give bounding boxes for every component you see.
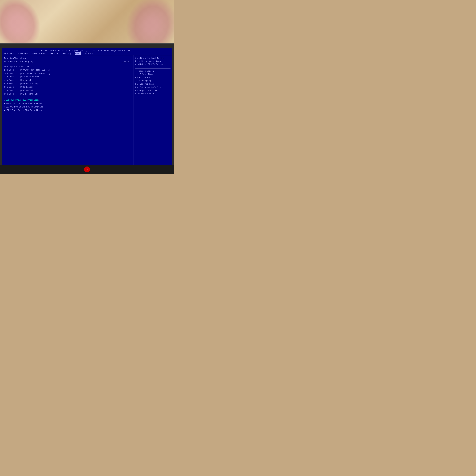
boot-label-6th: 6th Boot <box>4 86 18 89</box>
bios-content-area: Boot Configuration Full Screen Logo Disp… <box>2 55 172 167</box>
boot-value-3rd: [USB KEY:Generic] <box>20 75 41 79</box>
bbs-item-cdvd-rom[interactable]: ► CD/DVD ROM Drive BBS Priorities <box>4 105 131 109</box>
monitor-bottom-bar: LG <box>0 165 174 174</box>
bbs-arrow-icon-3: ► <box>4 109 5 112</box>
help-divider <box>135 68 170 69</box>
bbs-label-2: CD/DVD ROM Drive BBS Priorities <box>6 105 43 109</box>
help-key-6: ESC/Right Click: Exit <box>135 89 170 92</box>
boot-label-2nd: 2nd Boot <box>4 72 18 75</box>
boot-row-3rd[interactable]: 3rd Boot [USB KEY:Generic] <box>4 75 131 79</box>
boot-value-7th: [USB CD/DVD] <box>20 89 34 92</box>
bios-help-panel: Specifies the Boot Device Priority seque… <box>134 55 172 167</box>
nav-item-save-exit[interactable]: Save & Exit <box>84 52 97 55</box>
boot-label-5th: 5th Boot <box>4 82 18 85</box>
nav-item-mflash[interactable]: M-Flash <box>49 52 58 55</box>
boot-label-4th: 4th Boot <box>4 79 18 82</box>
boot-value-4th: [Network] <box>20 79 31 82</box>
bbs-item-uefi[interactable]: ► UEFI Boot Drive BBS Priorities <box>4 109 131 112</box>
boot-label-8th: 8th Boot <box>4 93 18 96</box>
bbs-label-1: Hard Disk Drive BBS Priorities <box>6 102 42 105</box>
boot-value-2nd: [Hard Disk: WDC WD500...] <box>20 72 50 75</box>
help-key-2: Enter: Select <box>135 76 170 79</box>
full-screen-logo-value: [Enabled] <box>120 60 131 64</box>
nav-item-boot[interactable]: Boot <box>75 52 81 55</box>
boot-value-5th: [USB Hard Disk] <box>20 82 38 85</box>
boot-label-1st: 1st Boot <box>4 69 18 72</box>
help-description: Specifies the Boot Device Priority seque… <box>135 57 170 66</box>
section-boot-configuration: Boot Configuration <box>4 57 131 60</box>
help-key-5: F6: Optimized Defaults <box>135 86 170 89</box>
boot-row-5th[interactable]: 5th Boot [USB Hard Disk] <box>4 82 131 85</box>
lg-logo: LG <box>84 167 90 172</box>
full-screen-logo-label: Full Screen Logo Display <box>4 60 33 64</box>
boot-row-2nd[interactable]: 2nd Boot [Hard Disk: WDC WD500...] <box>4 72 131 75</box>
boot-row-8th[interactable]: 8th Boot [UEFI: Generic] <box>4 92 131 96</box>
bbs-item-usb-key[interactable]: ► USB KEY Drive BBS Priorities <box>4 99 131 102</box>
boot-value-8th: [UEFI: Generic] <box>20 93 38 96</box>
bbs-arrow-icon-2: ► <box>4 106 5 108</box>
bbs-item-hard-disk[interactable]: ► Hard Disk Drive BBS Priorities <box>4 102 131 105</box>
boot-row-1st[interactable]: 1st Boot [CD/DVD: TSSTcorp CDD...] <box>4 68 131 72</box>
nav-item-overclocking[interactable]: Overclocking <box>31 52 46 55</box>
boot-row-6th[interactable]: 6th Boot [USB Floppy] <box>4 85 131 89</box>
help-key-1: ↑↓: Select Item <box>135 73 170 76</box>
help-key-3: +/-: Change Opt. <box>135 79 170 83</box>
bios-main-panel: Boot Configuration Full Screen Logo Disp… <box>2 55 134 167</box>
divider-1 <box>4 97 131 97</box>
nav-item-main-menu[interactable]: Main Menu <box>3 52 15 55</box>
help-key-4: F1: General Help <box>135 83 170 86</box>
bbs-label-3: UEFI Boot Drive BBS Priorities <box>6 109 42 112</box>
boot-priorities-title: Boot Option Priorities <box>4 65 131 68</box>
nav-item-advanced[interactable]: Advanced <box>18 52 28 55</box>
bios-nav-bar: Main Menu Advanced Overclocking M-Flash … <box>2 52 172 55</box>
help-key-7: F10: Save & Reset <box>135 92 170 96</box>
boot-row-7th[interactable]: 7th Boot [USB CD/DVD] <box>4 89 131 92</box>
bbs-arrow-icon-0: ► <box>4 99 5 102</box>
boot-value-1st: [CD/DVD: TSSTcorp CDD...] <box>20 69 50 72</box>
boot-value-6th: [USB Floppy] <box>20 86 34 89</box>
bbs-label-0: USB KEY Drive BBS Priorities <box>6 99 39 102</box>
bbs-arrow-icon-1: ► <box>4 102 5 105</box>
boot-row-4th[interactable]: 4th Boot [Network] <box>4 79 131 82</box>
bios-title: Aptio Setup Utility - Copyright (C) 2011… <box>2 48 172 52</box>
nav-item-security[interactable]: Security <box>61 52 72 55</box>
boot-label-7th: 7th Boot <box>4 89 18 92</box>
boot-label-3rd: 3rd Boot <box>4 75 18 79</box>
bios-screen: Aptio Setup Utility - Copyright (C) 2011… <box>1 48 172 170</box>
config-row-full-screen-logo[interactable]: Full Screen Logo Display [Enabled] <box>4 60 131 64</box>
help-key-0: ⇔: Select Screen <box>135 69 170 73</box>
wallpaper-background <box>0 0 174 50</box>
